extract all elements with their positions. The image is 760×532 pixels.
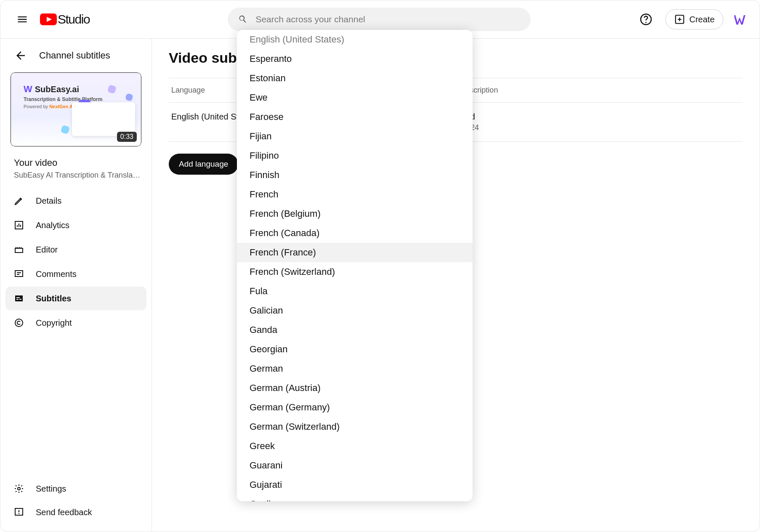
sidebar-item-comments[interactable]: Comments (5, 262, 146, 286)
dropdown-item[interactable]: Estonian (237, 69, 473, 88)
nav-label: Subtitles (36, 294, 71, 303)
sidebar-title: Channel subtitles (39, 50, 110, 61)
nav-label: Comments (36, 269, 77, 279)
topbar-right: Create (637, 9, 748, 29)
back-button[interactable] (12, 47, 29, 64)
subtitles-icon (13, 293, 25, 303)
search-input[interactable] (255, 14, 521, 24)
add-language-button[interactable]: Add language (169, 154, 238, 175)
dropdown-item[interactable]: Gujarati (237, 475, 473, 495)
dropdown-item[interactable]: German (237, 359, 473, 378)
create-plus-icon (674, 14, 685, 25)
sidebar-item-analytics[interactable]: Analytics (5, 213, 146, 237)
thumb-duration: 0:33 (117, 132, 137, 142)
dropdown-item[interactable]: Georgian (237, 340, 473, 359)
thumb-line2: Powered by NextGen AI (24, 104, 74, 109)
sidebar-item-details[interactable]: Details (5, 189, 146, 213)
dropdown-item[interactable]: Esperanto (237, 49, 473, 69)
svg-rect-6 (15, 295, 23, 301)
youtube-studio-logo[interactable]: Studio (40, 12, 90, 27)
dropdown-item[interactable]: Guarani (237, 456, 473, 475)
arrow-left-icon (14, 49, 27, 62)
row-date: Sep 9, 2024 (438, 123, 743, 132)
sidebar-item-settings[interactable]: Settings (5, 477, 146, 500)
dropdown-item[interactable]: Gusii (237, 495, 473, 501)
feedback-icon (13, 507, 25, 517)
sidebar-nav: Details Analytics Editor Comments Subtit… (0, 186, 151, 338)
create-button[interactable]: Create (665, 9, 723, 29)
svg-point-10 (15, 319, 23, 327)
nav-label: Analytics (36, 221, 69, 230)
dropdown-item[interactable]: Fijian (237, 127, 473, 146)
help-button[interactable] (637, 10, 655, 29)
create-label: Create (689, 15, 715, 24)
thumb-brand: SubEasy.ai (35, 85, 79, 94)
svg-point-13 (19, 513, 19, 514)
svg-rect-9 (16, 297, 20, 298)
col-status-header: Title & description (438, 86, 743, 95)
video-thumbnail[interactable]: WSubEasy.ai Transcription & Subtitle Pla… (11, 72, 141, 146)
sidebar-header: Channel subtitles (0, 39, 151, 70)
your-video-title: SubEasy AI Transcription & Translation P… (0, 170, 151, 186)
gear-icon (13, 484, 25, 494)
sidebar-item-editor[interactable]: Editor (5, 238, 146, 261)
your-video-label: Your video (0, 151, 151, 170)
dropdown-item-faded[interactable]: English (United States) (237, 32, 473, 49)
dropdown-item[interactable]: French (Switzerland) (237, 262, 473, 282)
search-box[interactable] (228, 8, 531, 31)
dropdown-item[interactable]: French (Belgium) (237, 204, 473, 223)
brand-icon[interactable] (733, 12, 748, 27)
row-status: Published (438, 112, 743, 122)
dropdown-list[interactable]: English (United States) EsperantoEstonia… (237, 30, 473, 501)
svg-rect-4 (15, 248, 23, 253)
nav-label: Details (36, 196, 61, 206)
svg-rect-5 (15, 271, 23, 277)
hamburger-menu-button[interactable] (12, 9, 32, 29)
dropdown-item[interactable]: Ewe (237, 88, 473, 107)
thumb-line1: Transcription & Subtitle Platform (24, 96, 102, 102)
dropdown-item[interactable]: Ganda (237, 320, 473, 340)
sidebar-item-subtitles[interactable]: Subtitles (5, 287, 146, 310)
hamburger-icon (16, 13, 28, 25)
sidebar-bottom: Settings Send feedback (0, 474, 151, 527)
dropdown-item[interactable]: German (Switzerland) (237, 417, 473, 436)
logo-text: Studio (58, 12, 90, 27)
comments-icon (13, 269, 25, 279)
dropdown-item[interactable]: French (France) (237, 243, 473, 262)
w-icon (734, 13, 747, 26)
dropdown-item[interactable]: German (Germany) (237, 398, 473, 417)
editor-icon (13, 245, 25, 255)
dropdown-item[interactable]: Fula (237, 282, 473, 301)
pencil-icon (13, 196, 25, 206)
nav-label: Copyright (36, 318, 72, 328)
youtube-play-icon (40, 13, 57, 25)
dropdown-item[interactable]: Filipino (237, 146, 473, 165)
dropdown-item[interactable]: French (Canada) (237, 223, 473, 243)
svg-rect-7 (16, 299, 19, 300)
analytics-icon (13, 220, 25, 230)
dropdown-item[interactable]: German (Austria) (237, 378, 473, 398)
sidebar: Channel subtitles WSubEasy.ai Transcript… (0, 39, 152, 532)
dropdown-item[interactable]: Greek (237, 436, 473, 456)
thumbnail-image: WSubEasy.ai Transcription & Subtitle Pla… (11, 72, 141, 146)
search-icon (238, 14, 248, 25)
svg-rect-8 (19, 299, 21, 300)
dropdown-item[interactable]: Faroese (237, 107, 473, 127)
dropdown-item[interactable]: Galician (237, 301, 473, 320)
dropdown-item[interactable]: Finnish (237, 165, 473, 185)
dropdown-item[interactable]: French (237, 185, 473, 204)
sidebar-item-copyright[interactable]: Copyright (5, 311, 146, 335)
language-dropdown[interactable]: English (United States) EsperantoEstonia… (237, 30, 473, 501)
sidebar-item-feedback[interactable]: Send feedback (5, 500, 146, 524)
copyright-icon (13, 318, 25, 328)
nav-label: Editor (36, 245, 58, 255)
nav-label: Send feedback (36, 508, 92, 517)
svg-point-11 (18, 487, 20, 490)
nav-label: Settings (36, 484, 66, 494)
help-icon (640, 13, 652, 26)
